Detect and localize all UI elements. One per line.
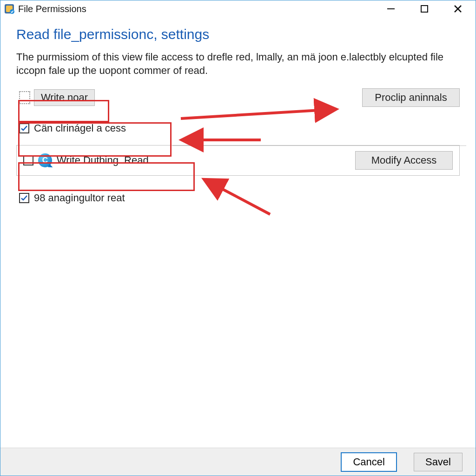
svg-point-2 xyxy=(10,9,14,14)
anaging-checkbox[interactable] xyxy=(19,193,29,203)
window-controls xyxy=(383,1,472,16)
proclip-button[interactable]: Proclip aninnals xyxy=(362,88,460,107)
titlebar: File Permissions xyxy=(0,0,476,17)
row-anaging: 98 anagingultor reat xyxy=(16,186,460,210)
row-dutbing: C Write Dutbing. Read Modify Access xyxy=(16,145,460,176)
maximize-button[interactable] xyxy=(417,1,432,16)
separator xyxy=(172,145,466,146)
dutbing-checkbox[interactable] xyxy=(23,155,33,165)
row-clringel: Cän clrinágel a cess xyxy=(16,116,460,140)
window-title: File Permissions xyxy=(18,4,86,14)
minimize-button[interactable] xyxy=(383,1,398,16)
content-area: Read file_permissionc, settings The purm… xyxy=(0,17,476,210)
document-icon xyxy=(19,91,30,104)
page-description: The purmissiom of this view file access … xyxy=(16,51,460,77)
close-button[interactable] xyxy=(450,1,465,16)
anaging-label: 98 anagingultor reat xyxy=(34,192,125,204)
modify-access-button[interactable]: Modify Access xyxy=(355,151,453,170)
app-icon xyxy=(4,4,14,14)
dutbing-label: Write Dutbing. Read xyxy=(57,154,149,166)
row-write: Write noar Proclip aninnals xyxy=(16,86,460,110)
clringel-checkbox[interactable] xyxy=(19,123,29,133)
write-button[interactable]: Write noar xyxy=(34,89,95,106)
dialog-footer: Cancel Savel xyxy=(0,448,476,476)
chat-icon: C xyxy=(38,153,52,167)
clringel-label: Cän clrinágel a cess xyxy=(34,122,126,134)
save-button[interactable]: Savel xyxy=(414,453,463,471)
cancel-button[interactable]: Cancel xyxy=(341,452,397,472)
page-heading: Read file_permissionc, settings xyxy=(16,26,460,42)
svg-rect-4 xyxy=(421,6,428,12)
